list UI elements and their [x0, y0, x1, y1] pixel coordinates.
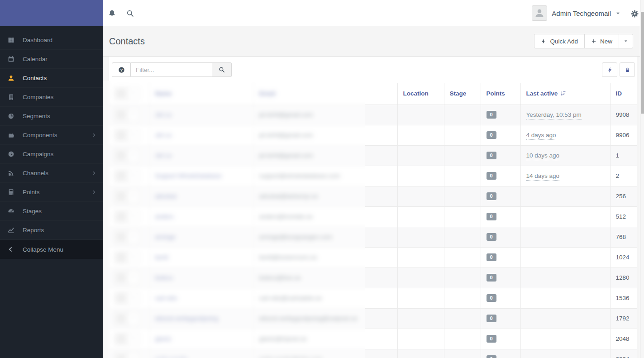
contact-id: 2 [616, 172, 620, 179]
contact-name-link[interactable]: arninge [155, 234, 176, 240]
contact-name-link[interactable]: eklund.verktygsslipning [155, 315, 219, 322]
sidebar-item-campaigns[interactable]: Campaigns [0, 145, 103, 164]
select-all-checkbox[interactable] [114, 87, 128, 100]
filter-search-button[interactable] [212, 62, 232, 77]
row-menu-caret[interactable] [128, 231, 139, 243]
contact-name-link[interactable]: Jet Le [155, 132, 172, 138]
contact-name-link[interactable]: gullvi.nordin [155, 356, 188, 358]
row-select-group [114, 129, 140, 142]
row-menu-caret[interactable] [128, 129, 139, 142]
sidebar-item-contacts[interactable]: Contacts [0, 69, 103, 88]
column-header-points[interactable]: Points [487, 90, 505, 97]
rss-icon [8, 170, 14, 177]
topbar: Admin Techgeomail [0, 0, 644, 26]
sidebar-item-reports[interactable]: Reports [0, 221, 103, 240]
sidebar-item-dashboard[interactable]: Dashboard [0, 31, 103, 50]
row-checkbox[interactable] [114, 353, 128, 358]
table-row: Jet Le jet.le04@gmail.com 0 Yesterday, 1… [109, 105, 637, 125]
row-checkbox[interactable] [114, 231, 128, 243]
row-menu-caret[interactable] [128, 190, 139, 203]
page-header: Contacts Quick Add New [103, 26, 644, 57]
column-header-name[interactable]: Name [155, 90, 172, 97]
row-menu-caret[interactable] [128, 272, 139, 284]
row-checkbox[interactable] [114, 333, 128, 345]
row-menu-caret[interactable] [128, 312, 139, 325]
points-badge: 0 [487, 274, 496, 282]
row-menu-caret[interactable] [128, 292, 139, 305]
sidebar-item-channels[interactable]: Channels [0, 164, 103, 183]
row-menu-caret[interactable] [128, 149, 139, 162]
settings-button[interactable] [628, 7, 641, 20]
last-active-value: 10 days ago [526, 152, 560, 160]
points-badge: 0 [487, 131, 496, 139]
last-active-value: 14 days ago [526, 172, 560, 181]
contact-name-link[interactable]: bertil [155, 254, 168, 261]
row-menu-caret[interactable] [128, 251, 139, 264]
caret-down-icon [131, 194, 135, 198]
column-header-id[interactable]: ID [616, 90, 622, 97]
contact-name-link[interactable]: glantz [155, 335, 172, 342]
sidebar-item-companies[interactable]: Companies [0, 88, 103, 107]
new-button[interactable]: New [584, 34, 619, 48]
notifications-button[interactable] [105, 7, 118, 19]
row-checkbox[interactable] [114, 251, 128, 264]
column-header-location[interactable]: Location [403, 90, 429, 97]
row-checkbox[interactable] [114, 190, 128, 203]
contact-id: 1 [616, 152, 620, 159]
user-icon [8, 75, 14, 81]
row-checkbox[interactable] [114, 210, 128, 223]
row-checkbox[interactable] [114, 109, 128, 121]
caret-down-icon [131, 276, 135, 280]
row-checkbox[interactable] [114, 170, 128, 182]
sidebar-item-components[interactable]: Components [0, 126, 103, 145]
quick-add-button[interactable]: Quick Add [534, 34, 585, 48]
contact-name-link[interactable]: Support WholeDatabase [155, 172, 222, 179]
row-menu-caret[interactable] [128, 170, 139, 182]
row-checkbox[interactable] [114, 272, 128, 284]
new-dropdown-button[interactable] [619, 34, 633, 48]
contact-name-link[interactable]: Jet Le [155, 111, 172, 118]
row-menu-caret[interactable] [128, 353, 139, 358]
row-checkbox[interactable] [114, 292, 128, 305]
row-select-group [114, 190, 140, 203]
contact-name-link[interactable]: anders [155, 213, 174, 220]
column-header-email[interactable]: Email [259, 90, 276, 97]
bolt-button[interactable] [602, 62, 617, 77]
row-menu-caret[interactable] [128, 333, 139, 345]
filter-input[interactable] [131, 62, 212, 77]
caret-down-icon [131, 113, 135, 117]
select-all-caret[interactable] [128, 87, 139, 100]
row-select-group [114, 210, 140, 223]
chart-line-icon [8, 227, 14, 234]
contact-name-link[interactable]: boleco [155, 274, 173, 281]
sidebar-item-points[interactable]: Points [0, 183, 103, 202]
row-checkbox[interactable] [114, 129, 128, 142]
bell-icon [108, 10, 116, 17]
row-checkbox[interactable] [114, 312, 128, 325]
sidebar-item-segments[interactable]: Segments [0, 107, 103, 126]
contact-name-link[interactable]: advokat [155, 193, 177, 200]
avatar [532, 5, 547, 21]
filter-help-button[interactable] [112, 62, 131, 77]
contact-name-link[interactable]: carl-otto [155, 295, 177, 301]
caret-down-icon [615, 11, 620, 16]
toolbar-right [602, 62, 635, 77]
page-scrollbar[interactable] [640, 0, 644, 358]
column-header-stage[interactable]: Stage [450, 90, 467, 97]
row-checkbox[interactable] [114, 149, 128, 162]
sidebar-nav: Dashboard Calendar Contacts Companies Se… [0, 31, 103, 240]
lock-button[interactable] [620, 62, 635, 77]
caret-down-icon [131, 255, 135, 259]
row-menu-caret[interactable] [128, 210, 139, 223]
sidebar-item-stages[interactable]: Stages [0, 202, 103, 221]
contact-name-link[interactable]: Jet Le [155, 152, 172, 159]
column-header-last-active[interactable]: Last active [526, 90, 558, 97]
scrollbar-thumb[interactable] [641, 12, 644, 114]
row-menu-caret[interactable] [128, 109, 139, 121]
user-menu[interactable]: Admin Techgeomail [532, 5, 620, 21]
sidebar-item-calendar[interactable]: Calendar [0, 50, 103, 69]
sidebar-collapse-menu[interactable]: Collapse Menu [0, 240, 103, 259]
chevron-right-icon [91, 190, 96, 195]
global-search-button[interactable] [124, 7, 136, 19]
question-circle-icon [118, 67, 125, 73]
